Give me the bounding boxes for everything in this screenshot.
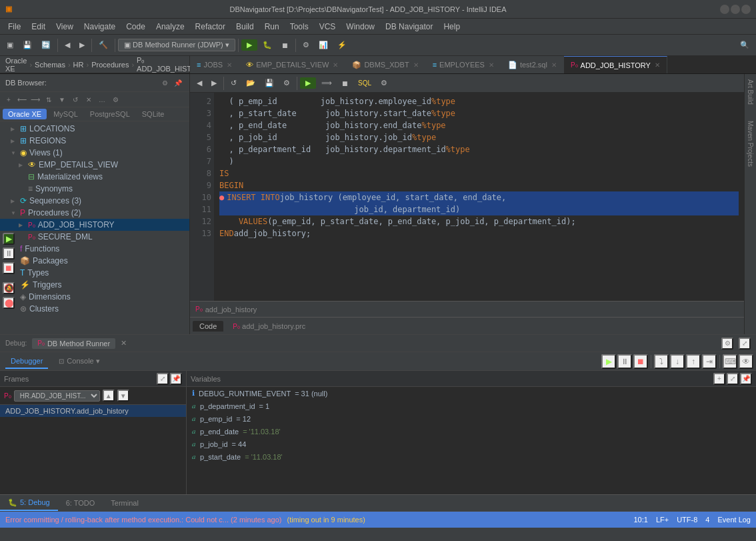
- frame-item-add-job-history[interactable]: ADD_JOB_HISTORY.add_job_history: [0, 405, 186, 417]
- editor-stop-btn[interactable]: ⏹: [337, 78, 353, 89]
- tree-collapse-btn[interactable]: ⟵: [16, 93, 28, 105]
- event-log-btn[interactable]: Event Log: [717, 516, 751, 524]
- right-tab-art-build[interactable]: Art Build: [745, 74, 755, 110]
- editor-run-btn[interactable]: ▶: [300, 77, 316, 89]
- tree-item-emp-details-view[interactable]: ▶ 👁 EMP_DETAILS_VIEW: [0, 159, 189, 171]
- debugger-tab[interactable]: Debugger: [5, 354, 48, 369]
- menu-window[interactable]: Window: [341, 21, 380, 33]
- vars-expand-btn[interactable]: ⤢: [727, 373, 739, 385]
- close-button[interactable]: ✕: [741, 5, 751, 14]
- dbg-pause-btn[interactable]: ⏸: [617, 354, 632, 369]
- db-tab-mysql[interactable]: MySQL: [48, 109, 83, 119]
- tree-item-secure-dml[interactable]: P₀ SECURE_DML: [0, 231, 189, 243]
- toolbar-save-btn[interactable]: 💾: [19, 39, 36, 51]
- tree-sort-btn[interactable]: ⇅: [43, 93, 55, 105]
- editor-sql-btn[interactable]: SQL: [354, 78, 375, 88]
- tab-jobs[interactable]: ≡ JOBS ✕: [190, 56, 239, 73]
- menu-code[interactable]: Code: [121, 21, 151, 33]
- editor-tab-code[interactable]: Code: [193, 321, 223, 332]
- tree-item-procedures[interactable]: ▼ P Procedures (2): [0, 207, 189, 219]
- bottom-tab-terminal[interactable]: Terminal: [103, 496, 147, 510]
- toolbar-extra1[interactable]: ⚙: [299, 39, 313, 51]
- frames-expand-btn[interactable]: ⤢: [157, 373, 169, 385]
- debug-btn[interactable]: 🐛: [259, 39, 276, 51]
- tab-ajh-close[interactable]: ✕: [655, 61, 660, 69]
- tab-dbms-close[interactable]: ✕: [413, 61, 419, 69]
- db-browser-pin[interactable]: 📌: [172, 77, 184, 89]
- tab-employees-close[interactable]: ✕: [489, 61, 494, 69]
- tree-close-btn[interactable]: ✕: [83, 93, 95, 105]
- frames-up-btn[interactable]: ▲: [103, 390, 115, 402]
- stop-btn[interactable]: ⏹: [277, 40, 293, 51]
- bc-oraclexe[interactable]: Oracle XE: [5, 57, 27, 73]
- menu-build[interactable]: Build: [231, 21, 259, 33]
- toolbar-build-btn[interactable]: 🔨: [95, 39, 112, 51]
- toolbar-extra3[interactable]: ⚡: [333, 39, 351, 51]
- run-btn[interactable]: ▶: [241, 39, 257, 51]
- tab-jobs-close[interactable]: ✕: [227, 61, 232, 69]
- bottom-tab-debug[interactable]: 🐛 5: Debug: [0, 496, 58, 511]
- tree-item-views[interactable]: ▼ ◉ Views (1): [0, 147, 189, 159]
- editor-open-btn[interactable]: 📂: [242, 77, 259, 89]
- tab-test2[interactable]: 📄 test2.sql ✕: [501, 56, 564, 73]
- tree-item-triggers[interactable]: ⚡ Triggers: [0, 279, 189, 291]
- vars-add-btn[interactable]: +: [713, 373, 725, 385]
- tree-item-add-job-history[interactable]: ▶ P₀ ADD_JOB_HISTORY: [0, 219, 189, 231]
- bc-procedures[interactable]: Procedures: [91, 61, 129, 69]
- tab-emp-details[interactable]: 👁 EMP_DETAILS_VIEW ✕: [239, 56, 345, 73]
- menu-help[interactable]: Help: [438, 21, 465, 33]
- tree-item-packages[interactable]: 📦 Packages: [0, 255, 189, 267]
- toolbar-back-btn[interactable]: ◀: [61, 39, 74, 51]
- toolbar-project-btn[interactable]: ▣: [3, 39, 17, 51]
- menu-vcs[interactable]: VCS: [314, 21, 341, 33]
- tree-more-btn[interactable]: …: [96, 93, 108, 105]
- menu-navigate[interactable]: Navigate: [79, 21, 121, 33]
- tree-item-types[interactable]: T Types: [0, 267, 189, 279]
- tab-employees[interactable]: ≡ EMPLOYEES ✕: [426, 56, 501, 73]
- tree-item-functions[interactable]: f Functions: [0, 243, 189, 255]
- tab-add-job-history[interactable]: P₀ ADD_JOB_HISTORY ✕: [564, 56, 667, 73]
- db-browser-settings[interactable]: ⚙: [159, 77, 171, 89]
- menu-file[interactable]: File: [3, 21, 26, 33]
- tree-item-regions[interactable]: ▶ ⊞ REGIONS: [0, 135, 189, 147]
- editor-tab-prc[interactable]: P₀ add_job_history.prc: [226, 321, 312, 332]
- right-tab-maven[interactable]: Maven Projects: [745, 115, 755, 172]
- code-content[interactable]: ( p_emp_id job_history.employee_id%type …: [214, 93, 744, 301]
- editor-content[interactable]: 2 3 4 5 6 7 8 9 10 11 12 13 ( p_emp_id j…: [190, 93, 744, 301]
- tree-item-locations[interactable]: ▶ ⊞ LOCATIONS: [0, 123, 189, 135]
- db-method-runner-btn[interactable]: ▣ DB Method Runner (JDWP) ▾: [118, 39, 235, 51]
- tree-item-sequences[interactable]: ▶ ⟳ Sequences (3): [0, 195, 189, 207]
- editor-debug-run-btn[interactable]: ⟹: [317, 77, 336, 89]
- debug-close-btn[interactable]: ✕: [121, 339, 127, 348]
- tab-emp-close[interactable]: ✕: [333, 61, 338, 69]
- tree-filter-btn[interactable]: ▼: [56, 93, 68, 105]
- frames-pin-btn[interactable]: 📌: [170, 373, 182, 385]
- dbg-evaluate-btn[interactable]: ⌨: [723, 354, 737, 369]
- tab-dbms[interactable]: 📦 DBMS_XDBT ✕: [345, 56, 425, 73]
- frames-dropdown[interactable]: HR.ADD_JOB_HIST...: [14, 390, 100, 402]
- minimize-button[interactable]: —: [720, 5, 729, 14]
- tree-add-btn[interactable]: +: [3, 93, 15, 105]
- debug-settings-btn[interactable]: ⚙: [721, 338, 733, 350]
- menu-run[interactable]: Run: [259, 21, 285, 33]
- editor-back-btn[interactable]: ◀: [193, 77, 206, 89]
- toolbar-sync-btn[interactable]: 🔄: [37, 39, 55, 51]
- editor-more-btn[interactable]: ⚙: [377, 77, 391, 89]
- menu-view[interactable]: View: [51, 21, 79, 33]
- bc-schemas[interactable]: Schemas: [35, 61, 65, 69]
- search-everywhere-btn[interactable]: 🔍: [736, 39, 753, 51]
- menu-edit[interactable]: Edit: [26, 21, 51, 33]
- frames-down-btn[interactable]: ▼: [117, 390, 129, 402]
- tab-test2-close[interactable]: ✕: [551, 61, 557, 69]
- tree-expand-btn[interactable]: ⟶: [29, 93, 41, 105]
- tree-item-mat-views[interactable]: ⊟ Materialized views: [0, 171, 189, 183]
- tree-refresh-btn[interactable]: ↺: [69, 93, 81, 105]
- db-tab-postgres[interactable]: PostgreSQL: [85, 109, 135, 119]
- tree-settings-btn[interactable]: ⚙: [109, 93, 121, 105]
- toolbar-forward-btn[interactable]: ▶: [75, 39, 89, 51]
- tree-item-synonyms[interactable]: ≡ Synonyms: [0, 183, 189, 195]
- bc-hr[interactable]: HR: [73, 61, 84, 69]
- bottom-tab-todo[interactable]: 6: TODO: [58, 496, 103, 510]
- dbg-step-out-btn[interactable]: ↑: [686, 354, 701, 369]
- dbg-run-to-cursor[interactable]: ⇥: [702, 354, 717, 369]
